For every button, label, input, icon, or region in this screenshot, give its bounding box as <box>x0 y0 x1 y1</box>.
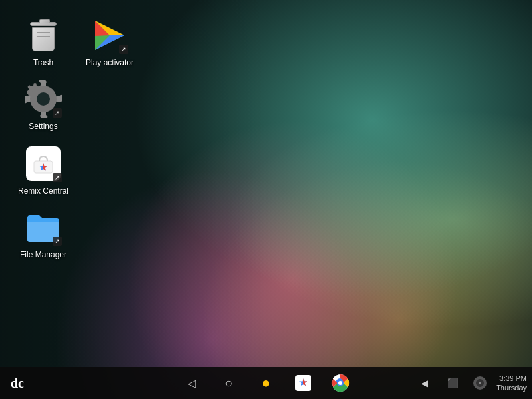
trash-icon-img <box>25 17 62 54</box>
settings-icon-img: ↗ <box>25 80 62 118</box>
taskbar-left: dc <box>5 373 29 394</box>
icon-row-2: ↗ Settings <box>13 77 73 134</box>
remix-store-icon <box>31 152 55 176</box>
play-shortcut-arrow: ↗ <box>119 45 128 54</box>
taskbar: dc ◁ ○ ● <box>0 367 532 399</box>
volume-button[interactable] <box>468 371 492 395</box>
file-manager-icon-item[interactable]: ↗ File Manager <box>13 205 73 263</box>
trash-lid <box>30 22 57 26</box>
play-activator-icon-item[interactable]: ↗ Play activator <box>80 13 140 70</box>
day-text: Thursday <box>496 383 527 392</box>
icon-row-4: ↗ File Manager <box>13 205 73 263</box>
tray-divider <box>408 375 408 391</box>
keyboard-toggle-button[interactable]: ◀ <box>412 371 436 395</box>
time-text: 3:39 PM <box>496 374 527 383</box>
taskbar-right: ◀ ⬛ 3:39 PM Thursday <box>408 371 527 395</box>
remix-central-icon-img: ↗ <box>25 145 62 182</box>
screenshot-button[interactable]: ⬛ <box>440 371 464 395</box>
settings-icon-item[interactable]: ↗ Settings <box>13 77 73 134</box>
back-icon: ◁ <box>188 377 196 390</box>
trash-can-graphic <box>30 19 57 51</box>
clock-display: 3:39 PM Thursday <box>496 374 527 393</box>
store-app-icon <box>294 374 313 392</box>
recents-icon: ● <box>261 374 270 392</box>
settings-label: Settings <box>29 122 57 131</box>
icon-row-3: ↗ Remix Central <box>13 142 73 199</box>
desktop: Trash ↗ Play activator <box>0 0 532 367</box>
back-button[interactable]: ◁ <box>180 371 203 395</box>
volume-icon <box>473 376 487 390</box>
play-activator-label: Play activator <box>86 58 134 67</box>
display-icon: ⬛ <box>447 378 458 388</box>
trash-body <box>32 27 55 51</box>
taskbar-center: ◁ ○ ● <box>180 371 352 395</box>
file-manager-shortcut-arrow: ↗ <box>53 237 62 246</box>
play-activator-icon-img: ↗ <box>91 17 128 54</box>
trash-icon-item[interactable]: Trash <box>13 13 73 70</box>
chevron-left-icon: ◀ <box>421 378 428 388</box>
store-app-button[interactable] <box>291 371 315 395</box>
file-manager-label: File Manager <box>20 250 66 259</box>
recents-button[interactable]: ● <box>254 371 278 395</box>
svg-point-25 <box>338 381 342 385</box>
remix-central-label: Remix Central <box>18 186 68 196</box>
chrome-app-button[interactable] <box>329 371 352 395</box>
trash-label: Trash <box>33 58 53 67</box>
home-button[interactable]: ○ <box>217 371 241 395</box>
settings-shortcut-arrow: ↗ <box>53 108 62 118</box>
icon-grid: Trash ↗ Play activator <box>3 7 529 270</box>
home-icon: ○ <box>225 376 233 391</box>
remix-central-icon-item[interactable]: ↗ Remix Central <box>13 142 73 199</box>
svg-point-15 <box>37 92 50 106</box>
file-manager-icon-img: ↗ <box>25 209 62 246</box>
remix-shortcut-arrow: ↗ <box>53 173 62 182</box>
remix-logo-button[interactable]: dc <box>5 373 29 394</box>
svg-point-28 <box>479 382 481 384</box>
icon-row-1: Trash ↗ Play activator <box>13 13 140 70</box>
chrome-app-icon <box>331 374 350 392</box>
